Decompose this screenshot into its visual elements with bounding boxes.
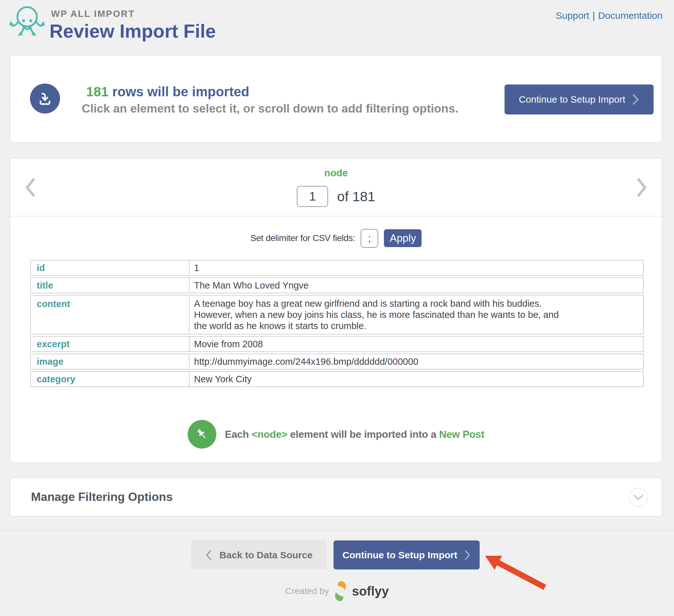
- table-row-excerpt: excerpt Movie from 2008: [30, 336, 644, 352]
- file-preview-card: node of 181 Set delimiter for CSV fields…: [10, 158, 663, 463]
- filtering-title: Manage Filtering Options: [31, 478, 173, 516]
- new-post-label: New Post: [439, 429, 484, 440]
- created-by: Created by soflyy: [0, 580, 674, 603]
- apply-delimiter-button[interactable]: Apply: [384, 229, 422, 247]
- chevron-left-icon: [206, 550, 212, 561]
- field-key[interactable]: excerpt: [31, 337, 190, 351]
- node-navigator: node of 181: [10, 158, 662, 216]
- row-count: 181: [86, 84, 109, 99]
- root-element-name: node: [10, 167, 662, 179]
- expand-filtering-icon[interactable]: [629, 488, 648, 507]
- table-row-title: title The Man Who Loved Yngve: [30, 277, 644, 293]
- import-target-note: Each <node> element will be imported int…: [10, 420, 662, 449]
- back-to-data-source-button[interactable]: Back to Data Source: [191, 541, 327, 570]
- import-target-text: Each <node> element will be imported int…: [225, 429, 484, 440]
- field-value[interactable]: The Man Who Loved Yngve: [190, 278, 643, 293]
- support-link[interactable]: Support: [556, 10, 589, 21]
- field-value[interactable]: Movie from 2008: [190, 337, 643, 351]
- wp-all-import-octopus-logo: [8, 4, 46, 38]
- chevron-right-icon: [632, 94, 639, 105]
- table-row-content: content A teenage boy has a great new gi…: [30, 295, 644, 334]
- field-key[interactable]: content: [31, 296, 190, 334]
- manage-filtering-card[interactable]: Manage Filtering Options: [10, 477, 663, 516]
- pushpin-icon: [188, 420, 216, 449]
- field-value[interactable]: New York City: [190, 372, 643, 387]
- download-icon: [30, 84, 60, 114]
- table-row-image: image http://dummyimage.com/244x196.bmp/…: [30, 353, 644, 369]
- created-by-label: Created by: [285, 586, 329, 596]
- node-token: <node>: [251, 429, 287, 440]
- chevron-right-icon: [464, 550, 471, 561]
- continue-to-setup-import-button[interactable]: Continue to Setup Import: [334, 541, 480, 570]
- delimiter-label: Set delimiter for CSV fields:: [250, 233, 355, 243]
- record-preview-table: id 1 title The Man Who Loved Yngve conte…: [30, 260, 644, 389]
- rows-subtitle: Click an element to select it, or scroll…: [82, 102, 458, 116]
- node-total: of 181: [337, 189, 375, 204]
- soflyy-icon: [334, 580, 348, 603]
- brand-name: WP ALL IMPORT: [51, 9, 135, 19]
- field-key[interactable]: title: [31, 278, 190, 293]
- node-index-input[interactable]: [297, 186, 328, 207]
- import-summary-card: 181 rows will be imported Click an eleme…: [10, 55, 663, 143]
- table-row-id: id 1: [30, 260, 644, 276]
- table-row-category: category New York City: [30, 371, 644, 387]
- delimiter-row: Set delimiter for CSV fields: Apply: [10, 216, 662, 260]
- page-title: Review Import File: [49, 20, 216, 42]
- field-key[interactable]: category: [31, 372, 190, 387]
- review-import-page: WP ALL IMPORT Review Import File Support…: [0, 0, 674, 616]
- soflyy-brand[interactable]: soflyy: [352, 584, 389, 599]
- field-value[interactable]: http://dummyimage.com/244x196.bmp/dddddd…: [190, 354, 643, 369]
- field-key[interactable]: id: [31, 261, 190, 275]
- field-value[interactable]: A teenage boy has a great new girlfriend…: [190, 296, 643, 334]
- links-separator: |: [589, 10, 598, 21]
- continue-to-setup-import-button-top[interactable]: Continue to Setup Import: [504, 85, 654, 115]
- field-value[interactable]: 1: [190, 261, 643, 275]
- documentation-link[interactable]: Documentation: [598, 10, 663, 21]
- field-key[interactable]: image: [31, 354, 190, 369]
- delimiter-input[interactable]: [361, 229, 378, 248]
- footer-divider: [0, 530, 674, 531]
- header-links: Support|Documentation: [556, 10, 663, 21]
- rows-heading: 181 rows will be imported: [86, 84, 249, 100]
